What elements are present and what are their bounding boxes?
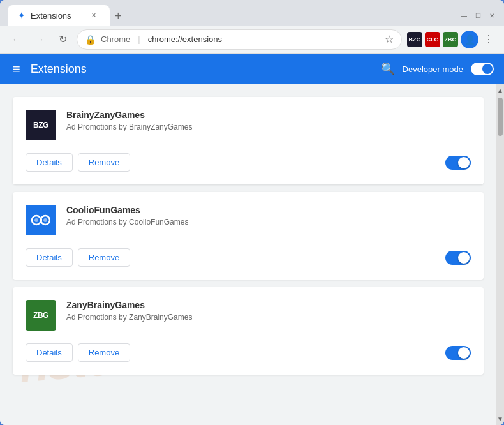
extensions-header: ≡ Extensions 🔍 Developer mode (0, 54, 504, 84)
close-button[interactable]: ✕ (487, 11, 496, 20)
back-button[interactable]: ← (8, 31, 26, 48)
tab-label: Extensions (31, 11, 71, 20)
address-prefix: Chrome (101, 34, 130, 44)
coolio-name: CoolioFunGames (66, 205, 471, 215)
card-bottom-brainy: Details Remove (26, 153, 471, 172)
brainy-extension-icon: BZG (26, 110, 56, 140)
cfg-extension-icon[interactable]: CFG (425, 32, 440, 47)
brainy-description: Ad Promotions by BrainyZanyGames (66, 123, 471, 131)
header-right-controls: 🔍 Developer mode (381, 62, 494, 76)
card-top-brainy: BZG BrainyZanyGames Ad Promotions by Bra… (26, 110, 471, 140)
search-button[interactable]: 🔍 (381, 62, 395, 76)
content-area: ristom BZG BrainyZanyGames Ad Promotions… (0, 84, 504, 425)
nav-bar: ← → ↻ 🔒 Chrome | chrome://extensions ☆ B… (0, 26, 504, 54)
brainy-icon-text: BZG (33, 121, 48, 130)
scrollbar[interactable]: ▲ ▼ (496, 84, 504, 425)
extension-card-coolio: CoolioFunGames Ad Promotions by CoolioFu… (13, 192, 484, 280)
svg-rect-5 (40, 219, 42, 221)
tab-bar: ✦ Extensions × + (8, 5, 454, 26)
address-url: chrome://extensions (148, 34, 222, 44)
maximize-button[interactable]: ☐ (473, 11, 482, 20)
coolio-remove-button[interactable]: Remove (78, 248, 130, 267)
coolio-toggle[interactable] (445, 251, 471, 265)
card-top-zany: ZBG ZanyBrainyGames Ad Promotions by Zan… (26, 300, 471, 331)
coolio-details-button[interactable]: Details (26, 248, 73, 267)
nav-right: BZG CFG ZBG 👤 ⋮ (407, 31, 496, 48)
tab-close-button[interactable]: × (88, 10, 100, 21)
scroll-up-arrow[interactable]: ▲ (496, 86, 504, 95)
address-separator: | (138, 34, 140, 44)
forward-button[interactable]: → (31, 31, 48, 48)
zany-info: ZanyBrainyGames Ad Promotions by ZanyBra… (66, 300, 471, 322)
zany-name: ZanyBrainyGames (66, 300, 471, 310)
zany-details-button[interactable]: Details (26, 343, 73, 362)
card-top-coolio: CoolioFunGames Ad Promotions by CoolioFu… (26, 205, 471, 235)
coolio-info: CoolioFunGames Ad Promotions by CoolioFu… (66, 205, 471, 227)
bzg-extension-icon[interactable]: BZG (407, 32, 422, 47)
profile-button[interactable]: 👤 (461, 31, 478, 48)
developer-mode-label: Developer mode (403, 64, 463, 74)
title-bar: ✦ Extensions × + — ☐ ✕ (0, 0, 504, 26)
chrome-menu-button[interactable]: ⋮ (481, 31, 496, 48)
card-bottom-coolio: Details Remove (26, 248, 471, 267)
scrollbar-thumb[interactable] (498, 98, 503, 136)
zany-description: Ad Promotions by ZanyBrainyGames (66, 313, 471, 322)
reload-button[interactable]: ↻ (54, 31, 71, 48)
window-controls: — ☐ ✕ (459, 11, 496, 20)
zany-remove-button[interactable]: Remove (78, 343, 130, 362)
sidebar-menu-button[interactable]: ≡ (10, 59, 23, 79)
scroll-down-arrow[interactable]: ▼ (496, 414, 504, 424)
zany-toggle[interactable] (445, 346, 471, 360)
browser-window: ✦ Extensions × + — ☐ ✕ ← → ↻ 🔒 Chrome | … (0, 0, 504, 425)
search-icon: 🔍 (381, 63, 395, 75)
bookmark-star-icon[interactable]: ☆ (385, 33, 394, 45)
brainy-remove-button[interactable]: Remove (78, 153, 130, 172)
card-bottom-zany: Details Remove (26, 343, 471, 362)
extensions-list: ristom BZG BrainyZanyGames Ad Promotions… (0, 84, 496, 425)
svg-point-7 (43, 218, 47, 222)
coolio-extension-icon (26, 205, 56, 235)
minimize-button[interactable]: — (459, 11, 468, 20)
tab-extensions-icon: ✦ (18, 10, 26, 20)
new-tab-button[interactable]: + (110, 7, 127, 26)
coolio-description: Ad Promotions by CoolioFunGames (66, 218, 471, 227)
brainy-details-button[interactable]: Details (26, 153, 73, 172)
extension-card-brainy: BZG BrainyZanyGames Ad Promotions by Bra… (13, 97, 484, 184)
extension-card-zany: ZBG ZanyBrainyGames Ad Promotions by Zan… (13, 287, 484, 375)
brainy-name: BrainyZanyGames (66, 110, 471, 120)
developer-mode-toggle[interactable] (471, 63, 494, 75)
extensions-page-title: Extensions (31, 63, 381, 76)
svg-point-6 (34, 218, 38, 222)
zbg-extension-icon[interactable]: ZBG (443, 32, 458, 47)
active-tab[interactable]: ✦ Extensions × (8, 5, 110, 26)
address-bar[interactable]: 🔒 Chrome | chrome://extensions ☆ (77, 29, 402, 50)
address-lock-icon: 🔒 (85, 34, 96, 45)
zany-extension-icon: ZBG (26, 300, 56, 331)
zany-icon-text: ZBG (33, 311, 48, 320)
brainy-info: BrainyZanyGames Ad Promotions by BrainyZ… (66, 110, 471, 131)
brainy-toggle[interactable] (445, 156, 471, 170)
binoculars-icon (31, 214, 50, 227)
